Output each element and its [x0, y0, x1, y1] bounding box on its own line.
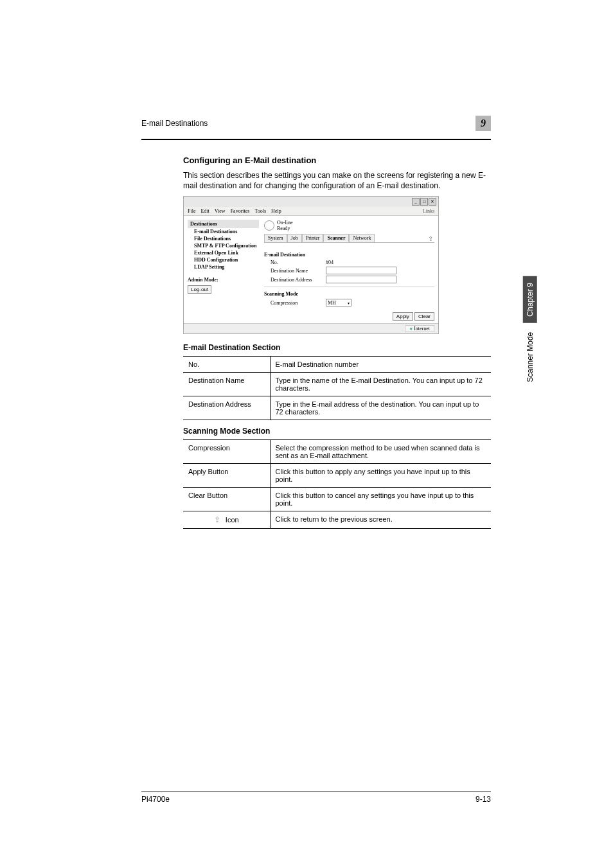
section-intro: This section describes the settings you …: [183, 170, 491, 191]
cell-desc: Select the compression method to be used…: [270, 440, 491, 464]
sidebar-external-open-link[interactable]: External Open Link: [188, 249, 259, 256]
tab-printer[interactable]: Printer: [302, 234, 324, 242]
destination-name-input[interactable]: [326, 267, 396, 274]
tab-job[interactable]: Job: [287, 234, 302, 242]
maximize-button[interactable]: □: [420, 198, 428, 206]
compression-select[interactable]: MH ▾: [326, 299, 351, 306]
close-button[interactable]: ✕: [429, 198, 436, 206]
links-label[interactable]: Links: [423, 208, 434, 214]
value-no: #04: [326, 260, 333, 265]
header-rule: [141, 139, 491, 140]
status-online: On-line: [277, 220, 292, 226]
cell-key: Apply Button: [183, 464, 270, 488]
menu-bar: File Edit View Favorites Tools Help Link…: [184, 207, 438, 216]
side-tab: Scanner Mode Chapter 9: [523, 276, 537, 382]
section-heading: Configuring an E-Mail destination: [183, 155, 491, 165]
table-row: ⇪ Icon Click to return to the previous s…: [183, 511, 491, 529]
icon-label: Icon: [226, 516, 239, 524]
label-no: No.: [271, 260, 326, 265]
zone-label: Internet: [414, 326, 430, 332]
table1-title: E-mail Destination Section: [183, 343, 491, 352]
apply-button[interactable]: Apply: [393, 312, 413, 321]
tab-scanner[interactable]: Scanner: [323, 234, 349, 242]
table-row: Apply ButtonClick this button to apply a…: [183, 464, 491, 488]
cell-key: ⇪ Icon: [183, 511, 270, 529]
cell-key: Clear Button: [183, 488, 270, 511]
cell-key: No.: [183, 357, 270, 373]
panel-divider: [264, 287, 434, 287]
email-destination-table: No.E-mail Destination number Destination…: [183, 356, 491, 420]
table-row: No.E-mail Destination number: [183, 357, 491, 373]
browser-statusbar: ● Internet: [184, 323, 438, 333]
tab-network[interactable]: Network: [349, 234, 375, 242]
embedded-screenshot: _ □ ✕ File Edit View Favorites Tools Hel…: [183, 196, 439, 334]
menu-help[interactable]: Help: [271, 208, 281, 214]
cell-key: Destination Address: [183, 396, 270, 420]
chevron-down-icon: ▾: [348, 301, 350, 305]
footer-page-number: 9-13: [475, 795, 491, 804]
table2-title: Scanning Mode Section: [183, 427, 491, 436]
label-destination-address: Destination Address: [271, 277, 326, 283]
sidebar-destinations-title: Destinations: [188, 220, 259, 228]
table-row: Clear ButtonClick this button to cancel …: [183, 488, 491, 511]
clear-button[interactable]: Clear: [414, 312, 434, 321]
destination-address-input[interactable]: [326, 276, 396, 283]
cell-desc: Type in the name of the E-mail Destinati…: [270, 373, 491, 396]
back-up-icon[interactable]: ⇪: [428, 235, 433, 242]
cell-desc: Click this button to apply any settings …: [270, 464, 491, 488]
cell-key: Compression: [183, 440, 270, 464]
menu-edit[interactable]: Edit: [200, 208, 209, 214]
side-tab-mode: Scanner Mode: [526, 332, 535, 382]
panel-section-scanning-mode: Scanning Mode: [264, 291, 434, 297]
menu-favorites[interactable]: Favorites: [231, 208, 250, 214]
cell-desc: Type in the E-mail address of the destin…: [270, 396, 491, 420]
up-arrow-icon: ⇪: [214, 515, 220, 524]
tab-system[interactable]: System: [264, 234, 287, 242]
logout-button[interactable]: Log-out: [188, 285, 211, 294]
sidebar-ldap-setting[interactable]: LDAP Setting: [188, 263, 259, 270]
scanning-mode-table: CompressionSelect the compression method…: [183, 439, 491, 529]
page-header-title: E-mail Destinations: [141, 119, 208, 128]
sidebar-file-destinations[interactable]: File Destinations: [188, 235, 259, 242]
panel-section-email-destination: E-mail Destination: [264, 252, 434, 258]
side-tab-chapter: Chapter 9: [523, 276, 537, 323]
label-destination-name: Destination Name: [271, 268, 326, 274]
label-compression: Compression: [271, 300, 326, 306]
cell-key: Destination Name: [183, 373, 270, 396]
cell-desc: Click this button to cancel any settings…: [270, 488, 491, 511]
printer-status-icon: [264, 220, 274, 231]
menu-view[interactable]: View: [215, 208, 226, 214]
admin-mode-label: Admin Mode:: [188, 277, 259, 283]
globe-icon: ●: [409, 326, 413, 332]
sidebar-hdd-config[interactable]: HDD Configuration: [188, 256, 259, 263]
status-ready: Ready: [277, 226, 292, 231]
footer-model: Pi4700e: [141, 795, 170, 804]
sidebar-email-destinations[interactable]: E-mail Destinations: [188, 228, 259, 235]
table-row: CompressionSelect the compression method…: [183, 440, 491, 464]
table-row: Destination AddressType in the E-mail ad…: [183, 396, 491, 420]
window-titlebar: _ □ ✕: [184, 197, 438, 207]
footer-rule: [141, 792, 491, 792]
chapter-badge: 9: [475, 116, 491, 131]
cell-desc: Click to return to the previous screen.: [270, 511, 491, 529]
menu-file[interactable]: File: [188, 208, 195, 214]
menu-tools[interactable]: Tools: [254, 208, 266, 214]
minimize-button[interactable]: _: [412, 198, 420, 206]
sidebar-smtp-ftp-config[interactable]: SMTP & FTP Configuration: [188, 242, 259, 249]
cell-desc: E-mail Destination number: [270, 357, 491, 373]
compression-select-value: MH: [328, 300, 336, 306]
table-row: Destination NameType in the name of the …: [183, 373, 491, 396]
